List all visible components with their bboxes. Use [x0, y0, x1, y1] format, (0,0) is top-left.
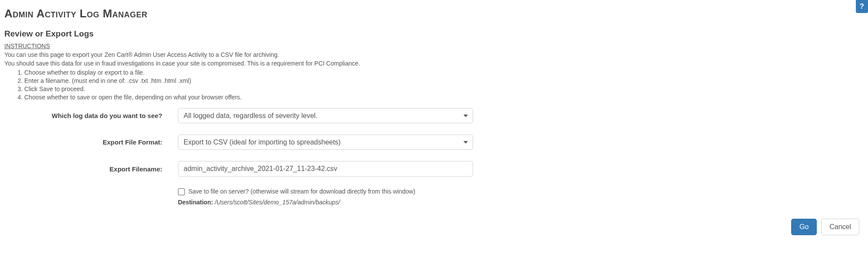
instructions-header: INSTRUCTIONS	[4, 42, 864, 50]
destination-path: /Users/scott/Sites/demo_157a/admin/backu…	[215, 199, 340, 206]
section-title: Review or Export Logs	[4, 29, 864, 39]
instructions-block: INSTRUCTIONS You can use this page to ex…	[4, 42, 864, 101]
instructions-steps: Choose whether to display or export to a…	[4, 69, 864, 102]
save-server-label: Save to file on server? (otherwise will …	[188, 188, 415, 195]
cancel-button[interactable]: Cancel	[821, 219, 859, 235]
help-icon[interactable]: ?	[856, 0, 868, 13]
destination-label: Destination:	[178, 199, 215, 206]
go-button[interactable]: Go	[791, 219, 817, 235]
export-form: Which log data do you want to see? All l…	[4, 108, 864, 206]
step-item: Choose whether to save or open the file,…	[24, 93, 864, 101]
button-row: Go Cancel	[4, 219, 864, 235]
instructions-line: You can use this page to export your Zen…	[4, 51, 864, 59]
page-title: Admin Activity Log Manager	[4, 7, 864, 20]
log-data-select[interactable]: All logged data, regardless of severity …	[178, 108, 473, 123]
filename-label: Export Filename:	[4, 165, 178, 173]
step-item: Enter a filename. (must end in one of: .…	[24, 77, 864, 85]
format-label: Export File Format:	[4, 138, 178, 146]
step-item: Click Save to proceed.	[24, 85, 864, 93]
format-select[interactable]: Export to CSV (ideal for importing to sp…	[178, 135, 473, 150]
save-server-checkbox[interactable]	[178, 188, 185, 195]
step-item: Choose whether to display or export to a…	[24, 69, 864, 76]
destination-row: Destination: /Users/scott/Sites/demo_157…	[178, 199, 864, 206]
log-data-label: Which log data do you want to see?	[4, 112, 178, 119]
filename-input[interactable]	[178, 161, 473, 177]
instructions-line: You should save this data for use in fra…	[4, 59, 864, 67]
